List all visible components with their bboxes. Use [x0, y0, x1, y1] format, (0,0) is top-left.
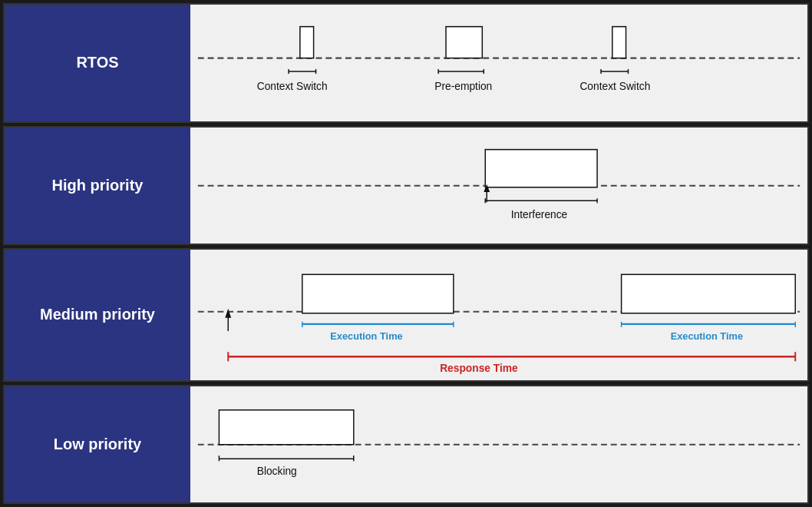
svg-rect-17: [485, 149, 597, 187]
high-priority-label-cell: High priority: [5, 128, 190, 244]
svg-rect-11: [612, 27, 626, 58]
low-priority-label: Low priority: [54, 436, 141, 453]
rtos-row: RTOS Context Switch Pre-emption: [3, 3, 809, 123]
svg-text:Context Switch: Context Switch: [579, 79, 650, 91]
svg-text:Pre-emption: Pre-emption: [434, 79, 492, 91]
rtos-label: RTOS: [76, 54, 118, 71]
medium-priority-diagram: Execution Time Execution Time Response T…: [190, 250, 807, 380]
rtos-diagram: Context Switch Pre-emption Context Switc…: [190, 5, 807, 121]
svg-rect-42: [219, 409, 353, 444]
svg-text:Response  Time: Response Time: [440, 362, 518, 374]
svg-text:Blocking: Blocking: [257, 464, 297, 476]
medium-priority-row: Medium priority Execution Time Execution…: [3, 248, 809, 382]
medium-priority-label: Medium priority: [40, 306, 155, 323]
rtos-label-cell: RTOS: [5, 5, 190, 121]
high-priority-diagram: Interference: [190, 128, 807, 244]
svg-rect-32: [622, 274, 796, 313]
svg-text:Interference: Interference: [511, 207, 568, 220]
low-priority-label-cell: Low priority: [5, 386, 190, 503]
high-priority-label: High priority: [52, 177, 144, 194]
svg-text:Execution Time: Execution Time: [671, 330, 743, 342]
svg-text:Execution Time: Execution Time: [330, 330, 402, 342]
svg-rect-1: [300, 27, 314, 58]
low-priority-row: Low priority Blocking: [3, 385, 809, 505]
svg-rect-27: [302, 274, 454, 313]
svg-rect-6: [446, 27, 482, 58]
svg-text:Context Switch: Context Switch: [257, 79, 328, 91]
high-priority-row: High priority Interference: [3, 126, 809, 246]
medium-priority-label-cell: Medium priority: [5, 250, 190, 380]
low-priority-diagram: Blocking: [190, 386, 807, 503]
svg-marker-26: [225, 309, 231, 318]
